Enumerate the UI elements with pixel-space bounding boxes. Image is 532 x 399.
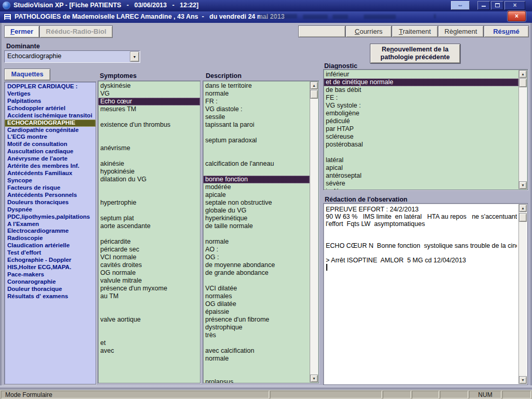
list-item[interactable]: hypokinésie: [98, 168, 200, 176]
list-item[interactable]: VG diastole :: [203, 105, 310, 113]
list-item[interactable]: sessile: [203, 113, 310, 121]
list-item[interactable]: pédiculé: [324, 117, 518, 125]
renouvellement-button[interactable]: Renouvellement de la pathologie précéden…: [370, 44, 460, 63]
combo-dropdown-button[interactable]: ▼: [130, 51, 139, 62]
list-item[interactable]: cavités droites: [98, 261, 200, 269]
list-item[interactable]: sévère: [324, 180, 518, 188]
scroll-up-button[interactable]: ▲: [310, 82, 318, 89]
list-item[interactable]: postérobasal: [324, 141, 518, 149]
scroll-thumb[interactable]: [519, 213, 527, 222]
list-item[interactable]: [324, 149, 518, 156]
list-item[interactable]: de moyenne abondance: [203, 261, 310, 269]
document-close-button[interactable]: ×: [508, 11, 526, 21]
list-item[interactable]: Coronarographie: [5, 278, 96, 286]
symptomes-listbox[interactable]: dyskinésieVGEcho cœurmesures TM existenc…: [98, 81, 201, 383]
list-item[interactable]: FR :: [203, 98, 310, 105]
list-item[interactable]: [98, 308, 200, 316]
diagnostic-scrollbar[interactable]: ▲ ▼: [518, 70, 527, 189]
reglement-button[interactable]: Règlement: [438, 25, 484, 37]
list-item[interactable]: péricardite: [98, 238, 200, 246]
list-item[interactable]: Cardiopathie congénitale: [5, 127, 96, 134]
list-item[interactable]: Echo cœur: [98, 98, 200, 105]
list-item[interactable]: et: [98, 339, 200, 347]
list-item[interactable]: [98, 183, 200, 191]
list-item[interactable]: AO :: [203, 246, 310, 254]
list-item[interactable]: aorte ascendante: [98, 222, 200, 230]
list-item[interactable]: DOPPLER CARDIAQUE :: [5, 83, 96, 90]
list-item[interactable]: anévrisme: [98, 144, 200, 152]
list-item[interactable]: valve aortique: [98, 316, 200, 324]
list-item[interactable]: Vertiges: [5, 90, 96, 98]
list-item[interactable]: dystrophique: [203, 324, 310, 331]
list-item[interactable]: Dyspnée: [5, 206, 96, 214]
list-item[interactable]: isolée: [324, 188, 518, 190]
list-item[interactable]: PDC,lipothymies,palpitations: [5, 214, 96, 221]
maquettes-listbox[interactable]: DOPPLER CARDIAQUE :VertigesPalpitationsE…: [4, 82, 96, 384]
list-item[interactable]: septum plat: [98, 215, 200, 222]
list-item[interactable]: prolapsus: [203, 378, 310, 383]
list-item[interactable]: Test d'effort: [5, 249, 96, 257]
list-item[interactable]: Accident ischémique transitoi: [5, 112, 96, 119]
list-item[interactable]: Anévrysme de l'aorte: [5, 155, 96, 163]
list-item[interactable]: normale: [203, 238, 310, 246]
list-item[interactable]: Douleurs thoraciques: [5, 199, 96, 206]
list-item[interactable]: valvule mitrale: [98, 277, 200, 285]
list-item[interactable]: scléreuse: [324, 133, 518, 141]
list-item[interactable]: Auscultation cardiaque: [5, 148, 96, 155]
list-item[interactable]: avec: [98, 347, 200, 355]
list-item[interactable]: présence d'un fibrome: [203, 316, 310, 324]
list-item[interactable]: VG systole :: [324, 102, 518, 110]
list-item[interactable]: Résultats d' examens: [5, 293, 96, 300]
description-listbox[interactable]: dans le territoirenormaleFR :VG diastole…: [203, 81, 319, 383]
scroll-up-button[interactable]: ▲: [519, 204, 527, 212]
list-item[interactable]: Syncope: [5, 177, 96, 184]
list-item[interactable]: [203, 277, 310, 285]
list-item[interactable]: Echographie - Doppler: [5, 257, 96, 264]
list-item[interactable]: Antécédents Familiaux: [5, 170, 96, 177]
resume-button[interactable]: Résumé: [484, 25, 529, 37]
list-item[interactable]: existence d'un thrombus: [98, 121, 200, 129]
diagnostic-listbox[interactable]: inférieuret de cinétique normalede bas d…: [323, 69, 528, 190]
list-item[interactable]: VCI normale: [98, 254, 200, 261]
list-item[interactable]: mesures TM: [98, 105, 200, 113]
observation-scrollbar[interactable]: ▲ ▼: [518, 204, 527, 384]
scroll-thumb[interactable]: [519, 78, 527, 87]
list-item[interactable]: Motif de consultation: [5, 141, 96, 148]
list-item[interactable]: dans le territoire: [203, 82, 310, 90]
list-item[interactable]: hyperkinétique: [203, 215, 310, 222]
list-item[interactable]: [203, 152, 310, 160]
list-item[interactable]: par HTAP: [324, 125, 518, 133]
scroll-down-button[interactable]: ▼: [519, 181, 527, 189]
blank-tab-button[interactable]: [298, 25, 345, 37]
list-item[interactable]: Palpitations: [5, 98, 96, 105]
scroll-thumb[interactable]: [310, 90, 318, 99]
scroll-down-button[interactable]: ▼: [310, 375, 318, 382]
list-item[interactable]: [203, 129, 310, 137]
list-item[interactable]: [98, 113, 200, 121]
list-item[interactable]: latéral: [324, 156, 518, 164]
fermer-button[interactable]: Fermer: [4, 25, 39, 38]
list-item[interactable]: normale: [203, 90, 310, 98]
list-item[interactable]: Pace-makers: [5, 271, 96, 278]
list-item[interactable]: Antécédents Personnels: [5, 192, 96, 199]
list-item[interactable]: [98, 137, 200, 144]
dominante-combobox[interactable]: Echocardiographie ▼: [4, 50, 140, 63]
list-item[interactable]: au TM: [98, 292, 200, 300]
maximize-button[interactable]: [491, 1, 503, 10]
list-item[interactable]: modérée: [203, 183, 310, 191]
list-item[interactable]: HIS,Holter ECG,MAPA.: [5, 264, 96, 271]
list-item[interactable]: [98, 331, 200, 339]
list-item[interactable]: [98, 152, 200, 160]
list-item[interactable]: [203, 230, 310, 238]
list-item[interactable]: péricarde sec: [98, 246, 200, 254]
list-item[interactable]: de taille normale: [203, 222, 310, 230]
list-item[interactable]: hypertrophie: [98, 199, 200, 207]
list-item[interactable]: emboligène: [324, 110, 518, 117]
list-item[interactable]: dilatation du VG: [98, 176, 200, 183]
list-item[interactable]: [203, 363, 310, 370]
observation-editor[interactable]: EPREUVE EFFORT : 24/2/201390 W 63 % IMS …: [323, 203, 528, 385]
list-item[interactable]: L'ECG montre: [5, 134, 96, 141]
courriers-button[interactable]: Courriers: [345, 25, 392, 37]
list-item[interactable]: normales: [203, 292, 310, 300]
description-scrollbar[interactable]: ▲ ▼: [310, 82, 318, 382]
